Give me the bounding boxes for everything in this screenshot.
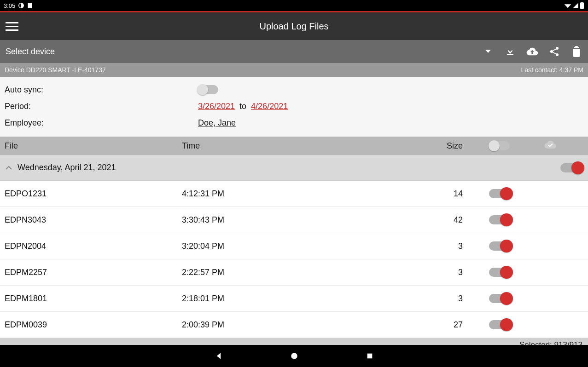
menu-button[interactable] — [6, 19, 20, 34]
nav-recent-button[interactable] — [364, 350, 375, 361]
period-to-word: to — [239, 102, 246, 111]
table-row[interactable]: EDPO1231 4:12:31 PM 14 — [0, 181, 588, 207]
file-time: 3:20:04 PM — [182, 241, 412, 251]
row-toggle[interactable] — [489, 215, 510, 224]
autosync-toggle[interactable] — [198, 85, 218, 94]
table-row[interactable]: EDPM0039 2:00:39 PM 27 — [0, 312, 588, 338]
file-size: 42 — [412, 215, 472, 225]
file-time: 2:18:01 PM — [182, 294, 412, 304]
period-to-link[interactable]: 4/26/2021 — [251, 102, 288, 111]
file-name: EDPM1801 — [5, 294, 182, 304]
svg-rect-8 — [367, 354, 372, 359]
col-file-header: File — [5, 141, 182, 151]
table-row[interactable]: EDPM1801 2:18:01 PM 3 — [0, 286, 588, 312]
file-name: EDPO1231 — [5, 189, 182, 199]
file-name: EDPN2004 — [5, 241, 182, 251]
file-size: 14 — [412, 189, 472, 199]
status-bar: 3:05 — [0, 0, 588, 11]
file-size: 3 — [412, 294, 472, 304]
file-time: 2:00:39 PM — [182, 320, 412, 330]
autosync-label: Auto sync: — [5, 85, 198, 95]
select-device-label[interactable]: Select device — [6, 47, 482, 57]
table-row[interactable]: EDPN2004 3:20:04 PM 3 — [0, 233, 588, 259]
row-toggle[interactable] — [489, 189, 510, 198]
cloud-upload-icon[interactable] — [526, 46, 538, 57]
device-name: Device DD220 SMART -LE-401737 — [5, 66, 106, 74]
share-icon[interactable] — [548, 46, 560, 57]
date-group-label: Wednesday, April 21, 2021 — [17, 163, 560, 172]
table-row[interactable]: EDPM2257 2:22:57 PM 3 — [0, 259, 588, 286]
row-toggle[interactable] — [489, 241, 510, 251]
page-title: Upload Log Files — [20, 21, 568, 32]
svg-point-6 — [556, 53, 559, 56]
status-app-icon-2 — [27, 2, 33, 9]
status-time: 3:05 — [4, 2, 15, 9]
row-toggle[interactable] — [489, 268, 510, 277]
date-group-toggle[interactable] — [560, 163, 582, 172]
wifi-icon — [564, 2, 571, 9]
device-info-bar: Device DD220 SMART -LE-401737 Last conta… — [0, 63, 588, 77]
file-time: 4:12:31 PM — [182, 189, 412, 199]
svg-rect-2 — [580, 3, 584, 9]
file-time: 3:30:43 PM — [182, 215, 412, 225]
table-header: File Time Size — [0, 137, 588, 155]
nav-back-button[interactable] — [213, 350, 224, 361]
cloud-check-icon — [544, 140, 557, 152]
col-size-header: Size — [412, 141, 472, 151]
app-bar: Upload Log Files — [0, 12, 588, 40]
svg-point-7 — [291, 353, 297, 359]
svg-rect-3 — [581, 2, 582, 3]
file-size: 27 — [412, 320, 472, 330]
download-icon[interactable] — [504, 46, 516, 57]
file-name: EDPM0039 — [5, 320, 182, 330]
file-size: 3 — [412, 241, 472, 251]
nav-home-button[interactable] — [289, 350, 300, 361]
date-group-row[interactable]: Wednesday, April 21, 2021 — [0, 155, 588, 181]
row-toggle[interactable] — [489, 294, 510, 303]
file-name: EDPN3043 — [5, 215, 182, 225]
signal-icon — [572, 2, 579, 9]
period-label: Period: — [5, 102, 198, 111]
trash-icon[interactable] — [571, 46, 582, 57]
settings-panel: Auto sync: Period: 3/26/2021 to 4/26/202… — [0, 77, 588, 137]
nav-bar — [0, 345, 588, 367]
row-toggle[interactable] — [489, 320, 510, 329]
employee-link[interactable]: Doe, Jane — [198, 118, 236, 128]
battery-icon — [580, 2, 584, 9]
last-contact: Last contact: 4:37 PM — [521, 66, 583, 74]
status-app-icon-1 — [18, 2, 24, 9]
file-name: EDPM2257 — [5, 268, 182, 277]
table-row[interactable]: EDPN3043 3:30:43 PM 42 — [0, 207, 588, 233]
file-size: 3 — [412, 268, 472, 277]
chevron-up-icon — [5, 164, 13, 172]
file-time: 2:22:57 PM — [182, 268, 412, 277]
svg-rect-1 — [28, 3, 32, 8]
svg-point-5 — [550, 50, 553, 53]
svg-point-4 — [556, 47, 559, 50]
dropdown-icon[interactable] — [482, 46, 494, 57]
header-toggle[interactable] — [489, 141, 510, 150]
select-device-bar: Select device — [0, 40, 588, 63]
employee-label: Employee: — [5, 118, 198, 128]
col-time-header: Time — [182, 141, 412, 151]
period-from-link[interactable]: 3/26/2021 — [198, 102, 235, 111]
